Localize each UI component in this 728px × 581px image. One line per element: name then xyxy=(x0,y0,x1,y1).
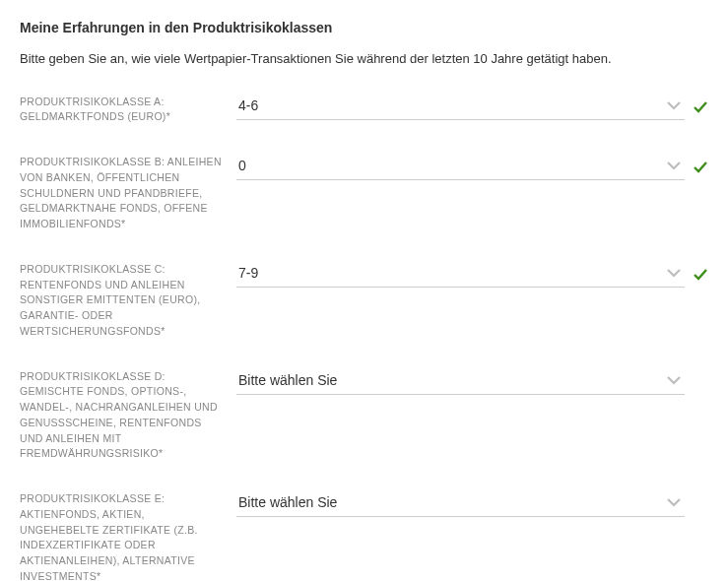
chevron-down-icon xyxy=(667,159,681,172)
risk-class-label: PRODUKTRISIKOKLASSE B: ANLEIHEN VON BANK… xyxy=(20,155,236,232)
select-value: 0 xyxy=(238,158,246,173)
risk-class-label: PRODUKTRISIKOKLASSE D: GEMISCHTE FONDS, … xyxy=(20,369,236,463)
risk-class-row-e: PRODUKTRISIKOKLASSE E: AKTIENFONDS, AKTI… xyxy=(20,491,708,581)
risk-class-row-a: PRODUKTRISIKOKLASSE A: GELDMARKTFONDS (E… xyxy=(20,95,708,126)
risk-class-select-e[interactable]: Bitte wählen Sie xyxy=(236,491,685,517)
select-value: 4-6 xyxy=(238,97,258,113)
check-placeholder xyxy=(693,374,708,390)
select-value: Bitte wählen Sie xyxy=(238,372,337,388)
check-placeholder xyxy=(693,496,708,512)
risk-class-label: PRODUKTRISIKOKLASSE C: RENTENFONDS UND A… xyxy=(20,262,236,340)
risk-class-select-a[interactable]: 4-6 xyxy=(236,95,685,120)
chevron-down-icon xyxy=(667,266,681,280)
risk-class-select-c[interactable]: 7-9 xyxy=(236,262,685,288)
check-icon xyxy=(693,267,708,283)
risk-class-label: PRODUKTRISIKOKLASSE E: AKTIENFONDS, AKTI… xyxy=(20,491,236,581)
select-value: 7-9 xyxy=(238,265,258,281)
select-value: Bitte wählen Sie xyxy=(238,494,337,510)
risk-class-row-c: PRODUKTRISIKOKLASSE C: RENTENFONDS UND A… xyxy=(20,262,708,340)
risk-class-select-d[interactable]: Bitte wählen Sie xyxy=(236,369,685,395)
section-heading: Meine Erfahrungen in den Produktrisikokl… xyxy=(20,20,708,35)
chevron-down-icon xyxy=(667,373,681,387)
chevron-down-icon xyxy=(667,495,681,509)
check-icon xyxy=(693,160,708,175)
risk-class-label: PRODUKTRISIKOKLASSE A: GELDMARKTFONDS (E… xyxy=(20,95,236,126)
risk-class-row-b: PRODUKTRISIKOKLASSE B: ANLEIHEN VON BANK… xyxy=(20,155,708,232)
check-icon xyxy=(693,99,708,115)
chevron-down-icon xyxy=(667,98,681,112)
section-subheading: Bitte geben Sie an, wie viele Wertpapier… xyxy=(20,49,708,69)
risk-class-row-d: PRODUKTRISIKOKLASSE D: GEMISCHTE FONDS, … xyxy=(20,369,708,463)
risk-class-select-b[interactable]: 0 xyxy=(236,155,685,180)
